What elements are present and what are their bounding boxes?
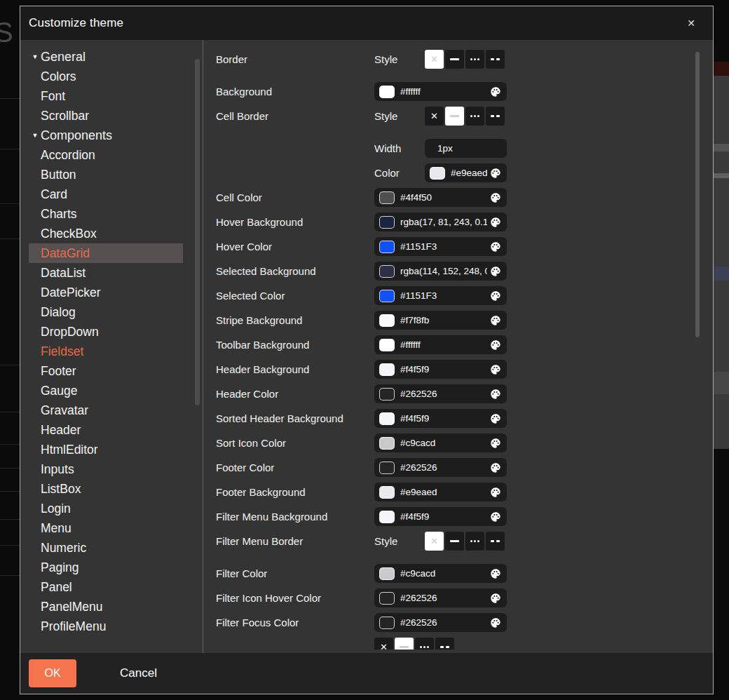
palette-icon[interactable] xyxy=(490,217,501,228)
sidebar-item-gauge[interactable]: Gauge xyxy=(29,381,183,401)
theme-tree-sidebar: ▼GeneralColorsFontScrollbar▼ComponentsAc… xyxy=(20,40,203,653)
palette-icon[interactable] xyxy=(490,192,501,203)
sidebar-item-numeric[interactable]: Numeric xyxy=(29,538,183,558)
sidebar-item-panelmenu[interactable]: PanelMenu xyxy=(29,597,183,617)
sidebar-item-accordion[interactable]: Accordion xyxy=(29,145,183,165)
filter-color-color-input[interactable]: #c9cacd xyxy=(374,564,507,583)
background-color-input[interactable]: #ffffff xyxy=(374,82,507,101)
sort-icon-color-color-input[interactable]: #c9cacd xyxy=(374,433,507,452)
sorted-header-background-color-input[interactable]: #f4f5f9 xyxy=(374,409,507,428)
sidebar-item-dialog[interactable]: Dialog xyxy=(29,302,183,322)
style-dashed-button[interactable] xyxy=(435,638,454,649)
toolbar-background-color-input[interactable]: #ffffff xyxy=(374,335,507,354)
sidebar-item-card[interactable]: Card xyxy=(29,184,183,204)
filter-icon-hover-color-color-input[interactable]: #262526 xyxy=(374,588,507,607)
palette-icon[interactable] xyxy=(490,290,501,302)
style-none-button[interactable]: ✕ xyxy=(374,638,393,649)
style-dotted-button[interactable] xyxy=(465,532,484,551)
palette-icon[interactable] xyxy=(490,487,501,498)
sidebar-item-font[interactable]: Font xyxy=(29,86,183,106)
sidebar-item-charts[interactable]: Charts xyxy=(29,204,183,224)
footer-background-color-input[interactable]: #e9eaed xyxy=(374,483,507,502)
style-solid-button[interactable] xyxy=(445,50,464,69)
sidebar-item-footer[interactable]: Footer xyxy=(29,361,183,381)
palette-icon[interactable] xyxy=(490,339,501,351)
sidebar-item-label: Card xyxy=(41,187,67,201)
palette-icon[interactable] xyxy=(490,315,501,326)
sidebar-item-menu[interactable]: Menu xyxy=(29,518,183,538)
sidebar-item-login[interactable]: Login xyxy=(29,499,183,518)
style-dotted-button[interactable] xyxy=(465,107,484,126)
sidebar-item-gravatar[interactable]: Gravatar xyxy=(29,401,183,420)
sidebar-item-general[interactable]: ▼General xyxy=(29,47,183,67)
dotted-line-icon xyxy=(470,540,479,542)
form-scrollbar[interactable] xyxy=(695,52,700,337)
sidebar-item-label: Inputs xyxy=(41,462,74,476)
palette-icon[interactable] xyxy=(490,462,501,473)
sidebar-scrollbar[interactable] xyxy=(195,59,200,405)
sidebar-item-scrollbar[interactable]: Scrollbar xyxy=(29,106,183,126)
form-row-filter-icon-hover-color: Filter Icon Hover Color#262526 xyxy=(216,588,713,607)
style-solid-button[interactable] xyxy=(445,532,464,551)
sidebar-item-htmleditor[interactable]: HtmlEditor xyxy=(29,440,183,459)
sidebar-item-paging[interactable]: Paging xyxy=(29,558,183,577)
style-none-button[interactable]: ✕ xyxy=(425,50,444,69)
style-dashed-button[interactable] xyxy=(486,50,505,69)
sidebar-item-datagrid[interactable]: DataGrid xyxy=(29,243,183,263)
palette-icon[interactable] xyxy=(490,389,501,400)
sidebar-item-datepicker[interactable]: DatePicker xyxy=(29,283,183,302)
ok-button[interactable]: OK xyxy=(29,659,76,687)
palette-icon[interactable] xyxy=(490,266,501,277)
style-dashed-button[interactable] xyxy=(486,107,505,126)
sidebar-item-colors[interactable]: Colors xyxy=(29,67,183,86)
sidebar-item-listbox[interactable]: ListBox xyxy=(29,479,183,499)
sidebar-item-fieldset[interactable]: Fieldset xyxy=(29,342,183,361)
sidebar-item-panel[interactable]: Panel xyxy=(29,577,183,597)
width-input[interactable]: 1px xyxy=(425,139,507,158)
palette-icon[interactable] xyxy=(490,511,501,523)
palette-icon[interactable] xyxy=(490,168,501,179)
palette-icon[interactable] xyxy=(490,241,501,253)
hover-background-color-input[interactable]: rgba(17, 81, 243, 0.16) xyxy=(374,213,507,231)
style-dotted-button[interactable] xyxy=(415,638,434,649)
sidebar-item-inputs[interactable]: Inputs xyxy=(29,459,183,479)
sidebar-item-header[interactable]: Header xyxy=(29,420,183,440)
sidebar-item-dropdown[interactable]: DropDown xyxy=(29,322,183,342)
selected-background-color-input[interactable]: rgba(114, 152, 248, 0.16) xyxy=(374,262,507,281)
style-none-button[interactable]: ✕ xyxy=(425,107,444,126)
filter-menu-background-color-input[interactable]: #f4f5f9 xyxy=(374,507,507,526)
selected-color-color-input[interactable]: #1151F3 xyxy=(374,286,507,305)
cell-border-color-input[interactable]: #e9eaed xyxy=(425,163,507,182)
sidebar-item-datalist[interactable]: DataList xyxy=(29,263,183,283)
close-icon[interactable]: ✕ xyxy=(683,15,699,31)
palette-icon[interactable] xyxy=(490,438,501,449)
palette-icon[interactable] xyxy=(490,593,501,604)
sidebar-item-components[interactable]: ▼Components xyxy=(29,126,183,145)
sidebar-item-button[interactable]: Button xyxy=(29,165,183,184)
color-value: #ffffff xyxy=(400,339,487,350)
form-row-cell-border: Cell BorderStyle✕ xyxy=(216,107,713,126)
style-solid-button[interactable] xyxy=(445,107,464,126)
sidebar-item-checkbox[interactable]: CheckBox xyxy=(29,224,183,243)
filter-focus-color-color-input[interactable]: #262526 xyxy=(374,613,507,632)
stripe-background-color-input[interactable]: #f7f8fb xyxy=(374,311,507,330)
sidebar-item-profilemenu[interactable]: ProfileMenu xyxy=(29,617,183,636)
style-dotted-button[interactable] xyxy=(465,50,484,69)
style-dashed-button[interactable] xyxy=(486,532,505,551)
palette-icon[interactable] xyxy=(490,364,501,375)
palette-icon[interactable] xyxy=(490,617,501,628)
style-none-button[interactable]: ✕ xyxy=(425,532,444,551)
property-label: Background xyxy=(216,86,374,97)
palette-icon[interactable] xyxy=(490,413,501,424)
header-color-color-input[interactable]: #262526 xyxy=(374,384,507,403)
cancel-button[interactable]: Cancel xyxy=(120,666,157,680)
hover-color-color-input[interactable]: #1151F3 xyxy=(374,237,507,256)
style-solid-button[interactable] xyxy=(395,638,414,649)
cell-color-color-input[interactable]: #4f4f50 xyxy=(374,188,507,207)
footer-color-color-input[interactable]: #262526 xyxy=(374,458,507,477)
tree-expander-icon[interactable]: ▼ xyxy=(30,126,40,145)
header-background-color-input[interactable]: #f4f5f9 xyxy=(374,360,507,379)
tree-expander-icon[interactable]: ▼ xyxy=(30,47,40,67)
palette-icon[interactable] xyxy=(490,86,501,97)
palette-icon[interactable] xyxy=(490,568,501,579)
